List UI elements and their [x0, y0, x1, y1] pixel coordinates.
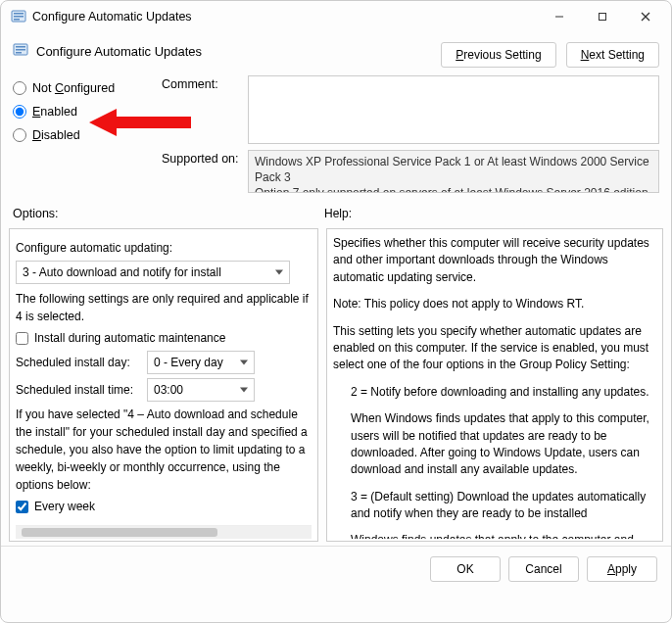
apply-button[interactable]: Apply: [587, 556, 657, 582]
help-text: Specifies whether this computer will rec…: [333, 235, 654, 286]
help-panel: Specifies whether this computer will rec…: [326, 228, 663, 542]
options-required-note: The following settings are only required…: [16, 290, 312, 325]
install-time-select[interactable]: 03:00: [147, 378, 255, 402]
install-during-maintenance-checkbox[interactable]: Install during automatic maintenance: [16, 329, 312, 347]
policy-icon: [11, 9, 26, 24]
supported-on-text: Windows XP Professional Service Pack 1 o…: [248, 150, 659, 193]
svg-rect-3: [14, 19, 20, 21]
svg-rect-11: [16, 52, 22, 54]
every-week-label: Every week: [34, 498, 95, 515]
help-text: Note: This policy does not apply to Wind…: [333, 296, 654, 312]
cancel-button[interactable]: Cancel: [508, 556, 579, 582]
svg-rect-1: [14, 13, 24, 15]
svg-rect-9: [16, 46, 25, 48]
help-header: Help:: [324, 207, 352, 220]
install-time-label: Scheduled install time:: [16, 381, 137, 399]
update-mode-select[interactable]: 3 - Auto download and notify for install: [16, 261, 290, 284]
radio-disabled-input[interactable]: [13, 128, 26, 142]
help-text: When Windows finds updates that apply to…: [333, 410, 654, 479]
close-button[interactable]: [624, 2, 667, 31]
comment-input[interactable]: [248, 75, 659, 144]
every-week-checkbox[interactable]: Every week: [16, 498, 312, 515]
help-text: 2 = Notify before downloading and instal…: [333, 384, 654, 401]
radio-not-configured-input[interactable]: [13, 81, 26, 95]
options-heading: Configure automatic updating:: [16, 239, 312, 257]
svg-rect-5: [600, 14, 606, 21]
previous-setting-button[interactable]: Previous Setting: [441, 42, 555, 68]
radio-disabled[interactable]: Disabled: [13, 128, 152, 142]
policy-icon: [13, 42, 28, 61]
comment-label: Comment:: [162, 75, 242, 91]
help-text: Windows finds updates that apply to the …: [333, 532, 654, 539]
svg-rect-10: [16, 49, 25, 51]
radio-enabled[interactable]: Enabled: [13, 105, 152, 119]
install-during-maintenance-label: Install during automatic maintenance: [34, 329, 225, 347]
options-panel: Configure automatic updating: 3 - Auto d…: [9, 228, 318, 542]
every-week-input[interactable]: [16, 501, 28, 513]
svg-rect-2: [14, 16, 24, 18]
radio-not-configured[interactable]: Not Configured: [13, 81, 152, 95]
radio-enabled-input[interactable]: [13, 105, 26, 119]
supported-on-label: Supported on:: [162, 150, 242, 166]
options-paragraph: If you have selected "4 – Auto download …: [16, 406, 312, 494]
next-setting-button[interactable]: Next Setting: [566, 42, 659, 68]
window-title: Configure Automatic Updates: [32, 10, 538, 24]
help-text: 3 = (Default setting) Download the updat…: [333, 489, 654, 523]
options-horizontal-scrollbar[interactable]: [16, 525, 312, 539]
install-day-select[interactable]: 0 - Every day: [147, 351, 255, 374]
config-top: Not Configured Enabled Disabled Comment:…: [1, 73, 671, 199]
ok-button[interactable]: OK: [430, 556, 501, 582]
maximize-button[interactable]: [581, 2, 624, 31]
state-radio-group: Not Configured Enabled Disabled: [13, 75, 152, 193]
header-row: Configure Automatic Updates Previous Set…: [1, 32, 671, 73]
policy-name: Configure Automatic Updates: [36, 44, 202, 59]
install-day-label: Scheduled install day:: [16, 354, 137, 371]
titlebar: Configure Automatic Updates: [1, 1, 671, 32]
minimize-button[interactable]: [538, 2, 581, 31]
dialog-footer: OK Cancel Apply: [1, 546, 671, 592]
options-header: Options:: [13, 207, 324, 220]
dialog-window: Configure Automatic Updates Configure Au…: [0, 0, 672, 623]
help-text: This setting lets you specify whether au…: [333, 323, 654, 374]
install-during-maintenance-input[interactable]: [16, 332, 28, 345]
